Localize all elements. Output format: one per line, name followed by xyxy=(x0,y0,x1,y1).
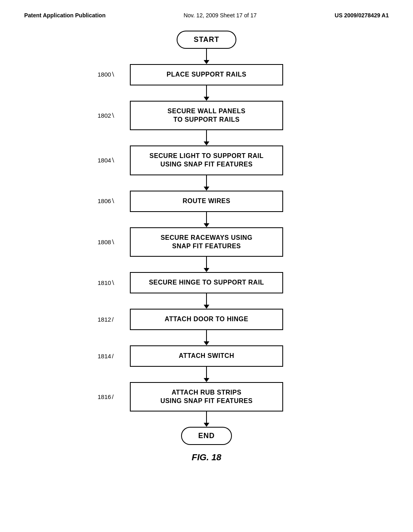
step-row-1804: 1804∖ SECURE LIGHT TO SUPPORT RAILUSING … xyxy=(130,145,283,175)
process-1814: ATTACH SWITCH xyxy=(130,345,283,367)
arrow-head xyxy=(204,97,209,101)
step-row-1808: 1808∖ SECURE RACEWAYS USINGSNAP FIT FEAT… xyxy=(130,227,283,257)
step-row-1816: 1816 / ATTACH RUB STRIPSUSING SNAP FIT F… xyxy=(130,382,283,412)
page-header: Patent Application Publication Nov. 12, … xyxy=(0,0,413,23)
process-1812: ATTACH DOOR TO HINGE xyxy=(130,309,283,330)
arrow-9 xyxy=(204,411,209,427)
step-row-1814: 1814 / ATTACH SWITCH xyxy=(130,345,283,367)
arrow-line xyxy=(206,367,207,378)
arrow-line xyxy=(206,85,207,97)
step-label-1806: 1806∖ xyxy=(98,197,115,205)
figure-caption: FIG. 18 xyxy=(192,452,221,463)
step-label-1808: 1808∖ xyxy=(98,239,115,246)
step-label-1810: 1810∖ xyxy=(98,279,115,287)
arrow-line xyxy=(206,212,207,223)
arrow-head xyxy=(204,341,209,345)
arrow-line xyxy=(206,175,207,187)
arrow-line xyxy=(206,257,207,268)
arrow-1 xyxy=(204,85,209,101)
flow-chart: START 1800∖ PLACE SUPPORT RAILS 1802∖ SE… xyxy=(130,31,283,463)
arrow-line xyxy=(206,293,207,305)
diagram-area: START 1800∖ PLACE SUPPORT RAILS 1802∖ SE… xyxy=(0,23,413,479)
header-date-sheet: Nov. 12, 2009 Sheet 17 of 17 xyxy=(184,12,257,19)
arrow-head xyxy=(204,60,209,64)
process-1804: SECURE LIGHT TO SUPPORT RAILUSING SNAP F… xyxy=(130,145,283,175)
process-1810: SECURE HINGE TO SUPPORT RAIL xyxy=(130,272,283,293)
arrow-line xyxy=(206,130,207,141)
process-1800: PLACE SUPPORT RAILS xyxy=(130,64,283,85)
arrow-line xyxy=(206,411,207,423)
step-row-1812: 1812 / ATTACH DOOR TO HINGE xyxy=(130,309,283,330)
arrow-head xyxy=(204,141,209,145)
end-terminal: END xyxy=(181,427,232,445)
step-label-1812: 1812 / xyxy=(98,316,114,323)
header-publication-label: Patent Application Publication xyxy=(24,12,106,19)
arrow-head xyxy=(204,305,209,309)
process-1806: ROUTE WIRES xyxy=(130,191,283,212)
step-row-1810: 1810∖ SECURE HINGE TO SUPPORT RAIL xyxy=(130,272,283,293)
process-1802: SECURE WALL PANELSTO SUPPORT RAILS xyxy=(130,101,283,131)
step-label-1814: 1814 / xyxy=(98,353,114,360)
step-label-1816: 1816 / xyxy=(98,393,114,400)
arrow-8 xyxy=(204,367,209,382)
arrow-4 xyxy=(204,212,209,227)
process-1816: ATTACH RUB STRIPSUSING SNAP FIT FEATURES xyxy=(130,382,283,412)
process-1808: SECURE RACEWAYS USINGSNAP FIT FEATURES xyxy=(130,227,283,257)
arrow-line xyxy=(206,49,207,60)
step-label-1804: 1804∖ xyxy=(98,157,115,164)
arrow-6 xyxy=(204,293,209,309)
arrow-head xyxy=(204,378,209,382)
arrow-head xyxy=(204,187,209,191)
arrow-7 xyxy=(204,330,209,345)
start-terminal: START xyxy=(177,31,236,49)
arrow-2 xyxy=(204,130,209,145)
header-patent-number: US 2009/0278429 A1 xyxy=(335,12,389,19)
step-row-1800: 1800∖ PLACE SUPPORT RAILS xyxy=(130,64,283,85)
arrow-3 xyxy=(204,175,209,191)
step-row-1802: 1802∖ SECURE WALL PANELSTO SUPPORT RAILS xyxy=(130,101,283,131)
arrow-head xyxy=(204,223,209,227)
arrow-0 xyxy=(204,49,209,64)
step-label-1802: 1802∖ xyxy=(98,112,115,119)
arrow-head xyxy=(204,268,209,272)
arrow-line xyxy=(206,330,207,341)
arrow-head xyxy=(204,423,209,427)
step-label-1800: 1800∖ xyxy=(98,71,115,78)
arrow-5 xyxy=(204,257,209,272)
step-row-1806: 1806∖ ROUTE WIRES xyxy=(130,191,283,212)
